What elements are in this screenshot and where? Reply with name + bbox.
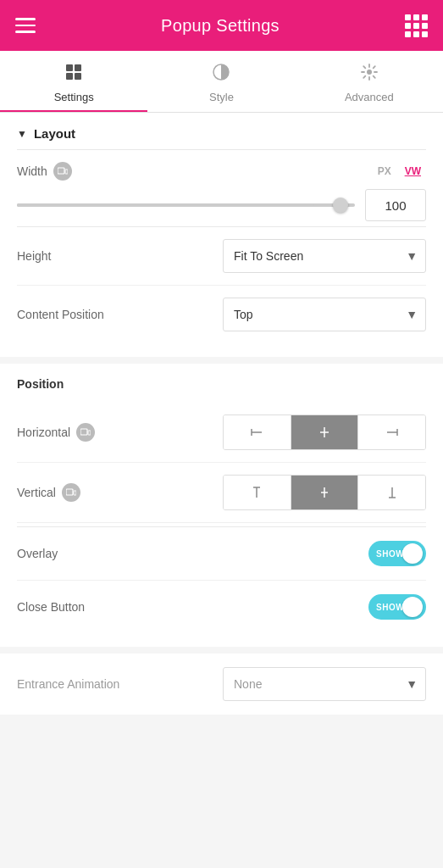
tabs-bar: Settings Style Advanced <box>0 51 443 113</box>
height-select-wrapper: Fit To Screen Custom ▼ <box>223 239 426 273</box>
height-label: Height <box>17 249 51 263</box>
close-button-row: Close Button SHOW <box>17 581 426 633</box>
vertical-bottom-btn[interactable] <box>358 476 425 509</box>
entrance-animation-row: Entrance Animation None Fade Slide Zoom … <box>17 667 426 701</box>
layout-section: ▼ Layout Width PX VW <box>0 113 443 357</box>
hamburger-icon[interactable] <box>15 18 36 33</box>
width-slider[interactable] <box>17 197 355 214</box>
width-label-group: Width <box>17 162 72 181</box>
horizontal-center-btn[interactable] <box>291 415 359 449</box>
entrance-animation-select-wrapper: None Fade Slide Zoom ▼ <box>223 667 426 701</box>
settings-tab-label: Settings <box>54 91 94 103</box>
svg-rect-9 <box>88 431 91 435</box>
horizontal-label: Horizontal <box>17 426 70 439</box>
svg-rect-6 <box>58 168 64 174</box>
entrance-animation-label: Entrance Animation <box>17 677 119 691</box>
vertical-middle-btn[interactable] <box>291 476 359 509</box>
content-position-label: Content Position <box>17 308 104 321</box>
close-button-toggle[interactable]: SHOW <box>368 594 426 620</box>
vertical-label: Vertical <box>17 486 56 499</box>
tab-settings[interactable]: Settings <box>0 51 147 112</box>
svg-rect-8 <box>80 429 87 435</box>
entrance-animation-select[interactable]: None Fade Slide Zoom <box>223 667 426 701</box>
entrance-animation-section: Entrance Animation None Fade Slide Zoom … <box>0 654 443 715</box>
height-select[interactable]: Fit To Screen Custom <box>223 239 426 273</box>
advanced-tab-icon <box>360 63 379 86</box>
vertical-btn-group <box>223 475 426 510</box>
header: Popup Settings <box>0 0 443 51</box>
style-tab-icon <box>212 63 230 86</box>
svg-rect-7 <box>65 170 68 174</box>
svg-point-5 <box>367 70 372 75</box>
width-row: Width PX VW <box>17 150 426 226</box>
width-value-input[interactable] <box>365 189 426 221</box>
advanced-tab-label: Advanced <box>345 91 394 103</box>
overlay-toggle-knob <box>402 543 423 564</box>
unit-px[interactable]: PX <box>373 164 396 179</box>
vertical-row: Vertical <box>17 463 426 523</box>
vertical-responsive-icon[interactable] <box>62 483 80 502</box>
horizontal-left-btn[interactable] <box>224 415 291 449</box>
unit-toggle: PX VW <box>373 164 426 179</box>
layout-title: Layout <box>34 126 75 141</box>
unit-vw[interactable]: VW <box>400 164 426 179</box>
collapse-icon[interactable]: ▼ <box>17 128 27 140</box>
overlay-label: Overlay <box>17 547 58 560</box>
grid-icon[interactable] <box>405 14 428 37</box>
svg-rect-17 <box>74 491 76 495</box>
horizontal-right-btn[interactable] <box>358 415 425 449</box>
vertical-top-btn[interactable] <box>224 476 291 509</box>
overlay-row: Overlay SHOW <box>17 527 426 581</box>
style-tab-label: Style <box>209 91 234 103</box>
svg-rect-0 <box>66 64 73 71</box>
horizontal-btn-group <box>223 415 426 450</box>
close-button-toggle-knob <box>402 597 423 617</box>
close-button-label: Close Button <box>17 600 85 614</box>
svg-rect-1 <box>75 64 81 71</box>
content-position-select-wrapper: Top Center Bottom ▼ <box>223 298 426 331</box>
width-responsive-icon[interactable] <box>53 162 72 181</box>
tab-style[interactable]: Style <box>147 51 295 112</box>
layout-header: ▼ Layout <box>17 126 426 141</box>
horizontal-label-group: Horizontal <box>17 423 95 442</box>
width-label: Width <box>17 164 47 178</box>
content-position-row: Content Position Top Center Bottom ▼ <box>17 286 426 343</box>
svg-rect-3 <box>75 73 81 80</box>
position-section: Position Horizontal <box>0 364 443 647</box>
horizontal-row: Horizontal <box>17 403 426 463</box>
page-title: Popup Settings <box>161 16 280 36</box>
position-title: Position <box>17 377 426 391</box>
height-row: Height Fit To Screen Custom ▼ <box>17 227 426 286</box>
tab-advanced[interactable]: Advanced <box>296 51 443 112</box>
settings-tab-icon <box>64 63 83 86</box>
overlay-toggle-text: SHOW <box>376 549 404 559</box>
horizontal-responsive-icon[interactable] <box>76 423 95 442</box>
svg-rect-2 <box>66 73 73 80</box>
close-button-toggle-text: SHOW <box>376 603 404 612</box>
overlay-toggle[interactable]: SHOW <box>368 541 426 566</box>
svg-rect-16 <box>66 489 73 495</box>
vertical-label-group: Vertical <box>17 483 80 502</box>
content-position-select[interactable]: Top Center Bottom <box>223 298 426 331</box>
